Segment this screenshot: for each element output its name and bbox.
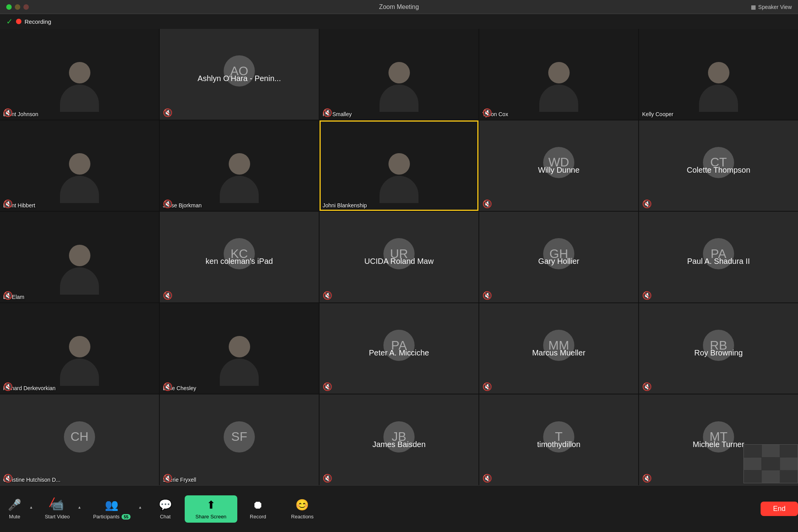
cell-name-colette-thompson: Colette Thompson [647, 166, 790, 203]
mute-slash-sherie-fryxell: 🔇 [163, 474, 173, 483]
cell-name-kelly-cooper: Kelly Cooper [642, 111, 673, 117]
person-shape-kelly-cooper [699, 62, 738, 112]
participants-label: Participants 55 [93, 514, 131, 520]
cell-name-roy-browning: Roy Browning [647, 348, 790, 386]
mute-slash-hal-smalley: 🔇 [323, 108, 332, 117]
cell-name-marcus-mueller: Marcus Mueller [487, 348, 630, 386]
cell-paul-shadura[interactable]: PA🔇Paul A. Shadura II [639, 212, 798, 302]
end-label: End [773, 505, 786, 513]
mute-icon: 🎤 [8, 498, 21, 511]
mute-label: Mute [9, 514, 20, 520]
video-grid: 🔇Brent JohnsonAO🔇Ashlyn O'Hara - Penin..… [0, 29, 798, 485]
participants-caret-icon: ▲ [138, 505, 142, 509]
mute-slash-richard-derkevorkian: 🔇 [3, 382, 13, 391]
cell-kelly-cooper[interactable]: Kelly Cooper [639, 29, 798, 120]
cell-hal-smalley[interactable]: 🔇Hal Smalley [320, 29, 478, 120]
mute-slash-bill-elam: 🔇 [3, 291, 13, 300]
cell-name-ucida-roland: UCIDA Roland Maw [327, 257, 470, 294]
cell-james-baisden[interactable]: JB🔇James Baisden [320, 394, 478, 485]
chat-button[interactable]: 💬 Chat [146, 495, 185, 523]
cell-richard-derkevorkian[interactable]: 🔇Richard Derkevorkian [0, 303, 159, 394]
speaker-view-label: Speaker View [758, 4, 792, 10]
mute-slash-brent-hibbert: 🔇 [3, 199, 13, 209]
thumbnail-panel [743, 444, 798, 483]
recording-bar: ✓ Recording [0, 14, 798, 29]
traffic-lights [6, 4, 29, 10]
share-screen-button[interactable]: ⬆ Share Screen [185, 495, 238, 523]
cell-brent-hibbert[interactable]: 🔇Brent Hibbert [0, 120, 159, 211]
mute-slash-timothy-dillon: 🔇 [482, 474, 492, 483]
cell-name-ken-coleman: ken coleman's iPad [168, 257, 311, 294]
cell-sherie-fryxell[interactable]: SF🔇Sherie Fryxell [160, 394, 319, 485]
cell-ken-coleman[interactable]: KC🔇ken coleman's iPad [160, 212, 319, 302]
participants-icon: 👥 [105, 498, 118, 511]
person-shape-richard-derkevorkian [60, 336, 99, 386]
cell-marcus-mueller[interactable]: MM🔇Marcus Mueller [479, 303, 638, 394]
record-label: Record [250, 514, 266, 520]
cell-timothy-dillon[interactable]: T🔇timothydillon [479, 394, 638, 485]
cell-name-willy-dunne: Willy Dunne [487, 166, 630, 203]
mute-slash-christine-hutchison: 🔇 [3, 474, 13, 483]
mute-slash-jesse-bjorkman: 🔇 [163, 199, 173, 209]
chat-label: Chat [160, 514, 170, 520]
yellow-light [15, 4, 20, 10]
cell-name-paul-shadura: Paul A. Shadura II [647, 257, 790, 294]
video-group: 📹 ╱ Start Video ▲ [37, 495, 85, 523]
share-screen-label: Share Screen [196, 514, 227, 520]
cell-name-peter-micciche: Peter A. Micciche [327, 348, 470, 386]
mute-button[interactable]: 🎤 Mute [0, 495, 29, 523]
cell-ashlyn-ohara[interactable]: AO🔇Ashlyn O'Hara - Penin... [160, 29, 319, 120]
cell-gary-hollier[interactable]: GH🔇Gary Hollier [479, 212, 638, 302]
cell-willy-dunne[interactable]: WD🔇Willy Dunne [479, 120, 638, 211]
participants-count: 55 [122, 514, 130, 520]
mute-slash-gary-hollier: 🔇 [482, 291, 492, 300]
person-shape-johni-blankenship [380, 153, 418, 203]
cell-tyson-cox[interactable]: 🔇Tyson Cox [479, 29, 638, 120]
cell-johni-blankenship[interactable]: Johni Blankenship [320, 120, 478, 211]
cell-roy-browning[interactable]: RB🔇Roy Browning [639, 303, 798, 394]
cell-name-johni-blankenship: Johni Blankenship [323, 202, 367, 209]
person-shape-tyson-cox [539, 62, 578, 112]
green-light[interactable] [6, 4, 12, 10]
mute-slash-lane-chesley: 🔇 [163, 382, 173, 391]
cell-bill-elam[interactable]: 🔇Bill Elam [0, 212, 159, 302]
video-caret[interactable]: ▲ [78, 505, 85, 513]
cell-christine-hutchison[interactable]: CH🔇Christine Hutchison D... [0, 394, 159, 485]
window-title: Zoom Meeting [379, 4, 419, 11]
reactions-button[interactable]: 😊 Reactions [279, 495, 326, 523]
speaker-view-button[interactable]: ▦ Speaker View [751, 4, 792, 10]
avatar-christine-hutchison: CH [64, 421, 95, 452]
mute-slash-ashlyn-ohara: 🔇 [163, 108, 173, 117]
participants-button[interactable]: 👥 Participants 55 [85, 495, 138, 523]
shield-icon: ✓ [6, 17, 13, 26]
cell-name-james-baisden: James Baisden [327, 440, 470, 477]
toolbar: 🎤 Mute ▲ 📹 ╱ Start Video ▲ 👥 Participant… [0, 485, 798, 532]
cell-ucida-roland[interactable]: UR🔇UCIDA Roland Maw [320, 212, 478, 302]
mute-slash-ken-coleman: 🔇 [163, 291, 173, 300]
video-caret-icon: ▲ [78, 505, 81, 509]
mute-slash-paul-shadura: 🔇 [642, 291, 652, 300]
participants-caret[interactable]: ▲ [138, 505, 146, 513]
title-bar: Zoom Meeting ▦ Speaker View [0, 0, 798, 14]
cell-jesse-bjorkman[interactable]: 🔇Jesse Bjorkman [160, 120, 319, 211]
cell-name-ashlyn-ohara: Ashlyn O'Hara - Penin... [168, 74, 311, 111]
participants-group: 👥 Participants 55 ▲ [85, 495, 146, 523]
cell-lane-chesley[interactable]: 🔇Lane Chesley [160, 303, 319, 394]
start-video-button[interactable]: 📹 ╱ Start Video [37, 495, 78, 523]
cell-peter-micciche[interactable]: PA🔇Peter A. Micciche [320, 303, 478, 394]
mute-slash-brent-johnson: 🔇 [3, 108, 13, 117]
person-shape-jesse-bjorkman [220, 153, 259, 203]
mute-slash-willy-dunne: 🔇 [482, 199, 492, 209]
cell-brent-johnson[interactable]: 🔇Brent Johnson [0, 29, 159, 120]
cell-colette-thompson[interactable]: CT🔇Colette Thompson [639, 120, 798, 211]
person-shape-brent-johnson [60, 62, 99, 112]
video-icon: 📹 ╱ [50, 498, 64, 511]
mute-slash-ucida-roland: 🔇 [323, 291, 332, 300]
mute-caret[interactable]: ▲ [29, 505, 37, 513]
avatar-sherie-fryxell: SF [224, 421, 255, 452]
record-button[interactable]: ⏺ Record [237, 495, 279, 523]
reactions-label: Reactions [291, 514, 314, 520]
recording-text: Recording [25, 18, 51, 25]
end-button[interactable]: End [761, 502, 798, 516]
mute-slash-peter-micciche: 🔇 [323, 382, 332, 391]
